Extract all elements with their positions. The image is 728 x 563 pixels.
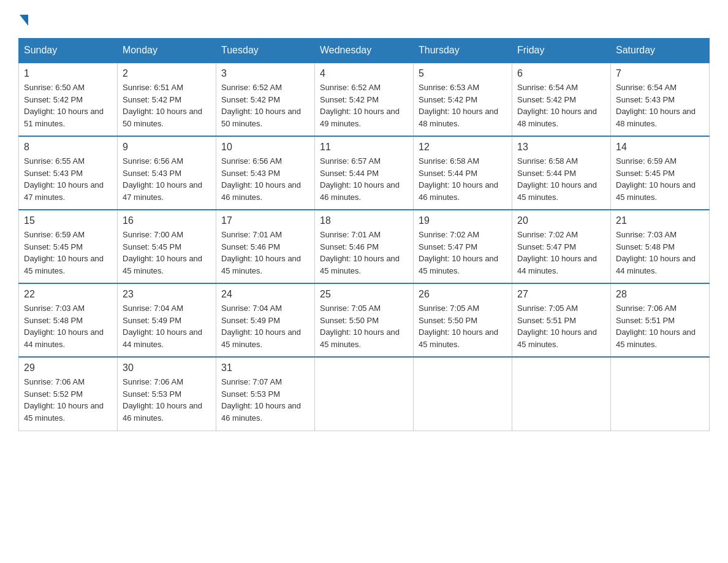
col-header-tuesday: Tuesday bbox=[216, 39, 315, 63]
calendar-cell: 14 Sunrise: 6:59 AMSunset: 5:45 PMDaylig… bbox=[611, 136, 710, 210]
calendar-cell: 19 Sunrise: 7:02 AMSunset: 5:47 PMDaylig… bbox=[414, 210, 512, 283]
day-info: Sunrise: 7:01 AMSunset: 5:46 PMDaylight:… bbox=[221, 229, 309, 277]
col-header-thursday: Thursday bbox=[414, 39, 512, 63]
day-number: 25 bbox=[320, 289, 408, 300]
day-info: Sunrise: 6:54 AMSunset: 5:43 PMDaylight:… bbox=[616, 82, 704, 129]
calendar-week-row: 8 Sunrise: 6:55 AMSunset: 5:43 PMDayligh… bbox=[19, 136, 710, 210]
day-info: Sunrise: 6:54 AMSunset: 5:42 PMDaylight:… bbox=[517, 82, 605, 129]
logo-arrow-icon bbox=[20, 15, 28, 26]
day-number: 20 bbox=[517, 215, 605, 226]
day-number: 1 bbox=[24, 68, 112, 79]
day-info: Sunrise: 6:52 AMSunset: 5:42 PMDaylight:… bbox=[320, 82, 408, 129]
calendar-cell: 1 Sunrise: 6:50 AMSunset: 5:42 PMDayligh… bbox=[19, 63, 118, 136]
calendar-cell bbox=[512, 357, 611, 431]
col-header-friday: Friday bbox=[512, 39, 611, 63]
calendar-header-row: SundayMondayTuesdayWednesdayThursdayFrid… bbox=[19, 39, 710, 63]
day-number: 6 bbox=[517, 68, 605, 79]
day-info: Sunrise: 6:50 AMSunset: 5:42 PMDaylight:… bbox=[24, 82, 112, 129]
day-info: Sunrise: 7:04 AMSunset: 5:49 PMDaylight:… bbox=[123, 302, 211, 350]
day-info: Sunrise: 6:53 AMSunset: 5:42 PMDaylight:… bbox=[419, 82, 507, 129]
day-number: 5 bbox=[419, 68, 507, 79]
day-number: 30 bbox=[123, 362, 211, 373]
day-number: 3 bbox=[221, 68, 309, 79]
day-info: Sunrise: 7:06 AMSunset: 5:51 PMDaylight:… bbox=[616, 302, 704, 350]
calendar-cell: 31 Sunrise: 7:07 AMSunset: 5:53 PMDaylig… bbox=[216, 357, 315, 431]
day-info: Sunrise: 7:03 AMSunset: 5:48 PMDaylight:… bbox=[24, 302, 112, 350]
calendar-cell: 18 Sunrise: 7:01 AMSunset: 5:46 PMDaylig… bbox=[315, 210, 414, 283]
calendar-cell: 20 Sunrise: 7:02 AMSunset: 5:47 PMDaylig… bbox=[512, 210, 611, 283]
day-number: 29 bbox=[24, 362, 112, 373]
day-info: Sunrise: 7:06 AMSunset: 5:53 PMDaylight:… bbox=[123, 376, 211, 424]
day-number: 23 bbox=[123, 289, 211, 300]
day-number: 4 bbox=[320, 68, 408, 79]
calendar-cell: 10 Sunrise: 6:56 AMSunset: 5:43 PMDaylig… bbox=[216, 136, 315, 210]
day-number: 11 bbox=[320, 142, 408, 153]
day-number: 27 bbox=[517, 289, 605, 300]
col-header-saturday: Saturday bbox=[611, 39, 710, 63]
calendar-cell: 21 Sunrise: 7:03 AMSunset: 5:48 PMDaylig… bbox=[611, 210, 710, 283]
day-number: 16 bbox=[123, 215, 211, 226]
page-header bbox=[18, 12, 710, 26]
calendar-cell: 26 Sunrise: 7:05 AMSunset: 5:50 PMDaylig… bbox=[414, 283, 512, 357]
calendar-cell: 24 Sunrise: 7:04 AMSunset: 5:49 PMDaylig… bbox=[216, 283, 315, 357]
day-info: Sunrise: 7:04 AMSunset: 5:49 PMDaylight:… bbox=[221, 302, 309, 350]
calendar-cell: 8 Sunrise: 6:55 AMSunset: 5:43 PMDayligh… bbox=[19, 136, 118, 210]
calendar-week-row: 1 Sunrise: 6:50 AMSunset: 5:42 PMDayligh… bbox=[19, 63, 710, 136]
day-number: 17 bbox=[221, 215, 309, 226]
day-number: 21 bbox=[616, 215, 704, 226]
day-info: Sunrise: 6:56 AMSunset: 5:43 PMDaylight:… bbox=[123, 155, 211, 203]
col-header-sunday: Sunday bbox=[19, 39, 118, 63]
day-number: 8 bbox=[24, 142, 112, 153]
day-number: 7 bbox=[616, 68, 704, 79]
calendar-cell: 23 Sunrise: 7:04 AMSunset: 5:49 PMDaylig… bbox=[118, 283, 216, 357]
day-info: Sunrise: 7:03 AMSunset: 5:48 PMDaylight:… bbox=[616, 229, 704, 277]
calendar-cell: 15 Sunrise: 6:59 AMSunset: 5:45 PMDaylig… bbox=[19, 210, 118, 283]
calendar-week-row: 15 Sunrise: 6:59 AMSunset: 5:45 PMDaylig… bbox=[19, 210, 710, 283]
day-info: Sunrise: 6:52 AMSunset: 5:42 PMDaylight:… bbox=[221, 82, 309, 129]
calendar-table: SundayMondayTuesdayWednesdayThursdayFrid… bbox=[18, 38, 710, 431]
calendar-cell: 28 Sunrise: 7:06 AMSunset: 5:51 PMDaylig… bbox=[611, 283, 710, 357]
day-info: Sunrise: 6:56 AMSunset: 5:43 PMDaylight:… bbox=[221, 155, 309, 203]
day-info: Sunrise: 7:02 AMSunset: 5:47 PMDaylight:… bbox=[419, 229, 507, 277]
calendar-cell: 12 Sunrise: 6:58 AMSunset: 5:44 PMDaylig… bbox=[414, 136, 512, 210]
calendar-cell: 17 Sunrise: 7:01 AMSunset: 5:46 PMDaylig… bbox=[216, 210, 315, 283]
day-number: 13 bbox=[517, 142, 605, 153]
day-info: Sunrise: 7:07 AMSunset: 5:53 PMDaylight:… bbox=[221, 376, 309, 424]
day-info: Sunrise: 6:55 AMSunset: 5:43 PMDaylight:… bbox=[24, 155, 112, 203]
day-number: 15 bbox=[24, 215, 112, 226]
day-info: Sunrise: 6:59 AMSunset: 5:45 PMDaylight:… bbox=[616, 155, 704, 203]
calendar-cell: 29 Sunrise: 7:06 AMSunset: 5:52 PMDaylig… bbox=[19, 357, 118, 431]
day-info: Sunrise: 7:00 AMSunset: 5:45 PMDaylight:… bbox=[123, 229, 211, 277]
day-info: Sunrise: 7:06 AMSunset: 5:52 PMDaylight:… bbox=[24, 376, 112, 424]
day-info: Sunrise: 7:01 AMSunset: 5:46 PMDaylight:… bbox=[320, 229, 408, 277]
calendar-cell: 9 Sunrise: 6:56 AMSunset: 5:43 PMDayligh… bbox=[118, 136, 216, 210]
day-number: 14 bbox=[616, 142, 704, 153]
day-info: Sunrise: 6:58 AMSunset: 5:44 PMDaylight:… bbox=[517, 155, 605, 203]
calendar-cell: 3 Sunrise: 6:52 AMSunset: 5:42 PMDayligh… bbox=[216, 63, 315, 136]
day-info: Sunrise: 7:05 AMSunset: 5:51 PMDaylight:… bbox=[517, 302, 605, 350]
calendar-cell bbox=[315, 357, 414, 431]
calendar-cell: 5 Sunrise: 6:53 AMSunset: 5:42 PMDayligh… bbox=[414, 63, 512, 136]
day-number: 24 bbox=[221, 289, 309, 300]
calendar-cell: 4 Sunrise: 6:52 AMSunset: 5:42 PMDayligh… bbox=[315, 63, 414, 136]
calendar-cell bbox=[611, 357, 710, 431]
day-number: 18 bbox=[320, 215, 408, 226]
calendar-week-row: 29 Sunrise: 7:06 AMSunset: 5:52 PMDaylig… bbox=[19, 357, 710, 431]
day-info: Sunrise: 6:57 AMSunset: 5:44 PMDaylight:… bbox=[320, 155, 408, 203]
day-info: Sunrise: 6:59 AMSunset: 5:45 PMDaylight:… bbox=[24, 229, 112, 277]
calendar-cell: 27 Sunrise: 7:05 AMSunset: 5:51 PMDaylig… bbox=[512, 283, 611, 357]
day-info: Sunrise: 6:58 AMSunset: 5:44 PMDaylight:… bbox=[419, 155, 507, 203]
day-number: 31 bbox=[221, 362, 309, 373]
calendar-cell: 22 Sunrise: 7:03 AMSunset: 5:48 PMDaylig… bbox=[19, 283, 118, 357]
day-info: Sunrise: 7:05 AMSunset: 5:50 PMDaylight:… bbox=[320, 302, 408, 350]
day-info: Sunrise: 7:05 AMSunset: 5:50 PMDaylight:… bbox=[419, 302, 507, 350]
day-number: 12 bbox=[419, 142, 507, 153]
calendar-cell: 7 Sunrise: 6:54 AMSunset: 5:43 PMDayligh… bbox=[611, 63, 710, 136]
day-number: 19 bbox=[419, 215, 507, 226]
col-header-wednesday: Wednesday bbox=[315, 39, 414, 63]
logo bbox=[18, 12, 28, 26]
day-number: 26 bbox=[419, 289, 507, 300]
calendar-cell: 6 Sunrise: 6:54 AMSunset: 5:42 PMDayligh… bbox=[512, 63, 611, 136]
calendar-cell bbox=[414, 357, 512, 431]
day-info: Sunrise: 6:51 AMSunset: 5:42 PMDaylight:… bbox=[123, 82, 211, 129]
